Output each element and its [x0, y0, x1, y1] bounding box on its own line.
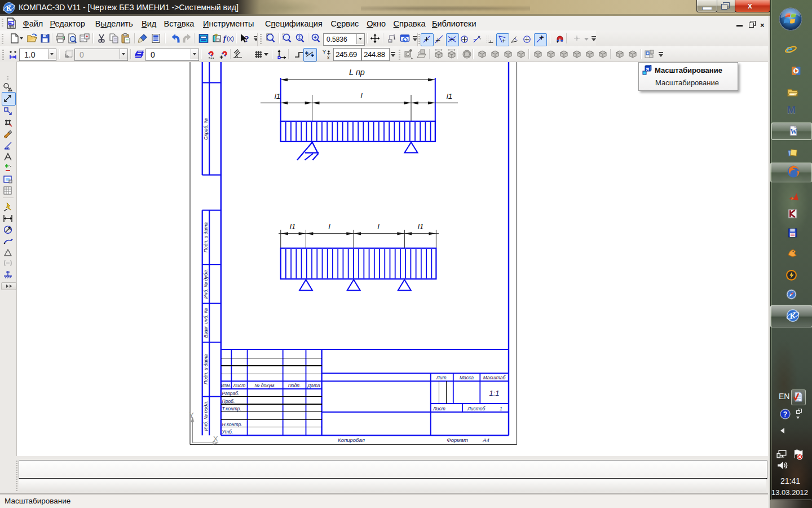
svg-text:Листоб: Листоб: [467, 406, 486, 411]
svg-text:1:1: 1:1: [489, 389, 499, 397]
svg-text:Лит.: Лит.: [436, 375, 448, 380]
svg-text:?: ?: [783, 410, 787, 418]
svg-text:Спраб. №: Спраб. №: [203, 118, 209, 140]
svg-text:?: ?: [214, 33, 218, 40]
svg-text:x: x: [327, 55, 330, 60]
svg-text:1: 1: [500, 406, 502, 411]
svg-text:Инб. № дубл.: Инб. № дубл.: [203, 269, 209, 299]
svg-text:l1: l1: [275, 92, 281, 100]
svg-text:Лист: Лист: [233, 383, 246, 388]
svg-text:Н.контр.: Н.контр.: [222, 422, 242, 427]
svg-text:Лист: Лист: [433, 406, 445, 411]
svg-text:Разраб.: Разраб.: [222, 391, 240, 396]
svg-text:Масса: Масса: [460, 375, 474, 380]
svg-text:Подп. и дата: Подп. и дата: [203, 354, 209, 384]
svg-text:(x): (x): [227, 35, 234, 42]
svg-text:l1: l1: [290, 222, 296, 231]
svg-text:Проб.: Проб.: [222, 398, 235, 404]
svg-text:А4: А4: [482, 437, 489, 443]
svg-text:l: l: [378, 222, 380, 231]
svg-text:W: W: [791, 128, 797, 135]
svg-text:Утб.: Утб.: [222, 429, 233, 435]
svg-text:l1: l1: [447, 92, 453, 100]
svg-text:l: l: [361, 91, 363, 100]
svg-text:L пр: L пр: [349, 68, 365, 77]
svg-text:Формат: Формат: [447, 437, 468, 443]
svg-text:Т.контр.: Т.контр.: [222, 406, 241, 411]
svg-text:Подп.: Подп.: [288, 383, 301, 388]
svg-text:Y: Y: [189, 411, 194, 419]
svg-text:Взам. инб. №: Взам. инб. №: [203, 308, 209, 338]
svg-text:l: l: [329, 222, 331, 231]
svg-text:Подп. и дата: Подп. и дата: [203, 222, 209, 252]
svg-text:l1: l1: [418, 222, 424, 231]
svg-text:Инб. № подл.: Инб. № подл.: [203, 401, 209, 431]
svg-text:Изм.: Изм.: [221, 383, 231, 388]
svg-text:Масштаб: Масштаб: [483, 375, 506, 380]
svg-text:Дата: Дата: [307, 383, 320, 388]
svg-text:№ докум.: № докум.: [254, 383, 275, 388]
svg-text:X: X: [213, 435, 218, 443]
svg-text:Y: Y: [323, 49, 326, 55]
svg-text:Копиробал: Копиробал: [338, 437, 365, 443]
svg-text:?: ?: [245, 34, 249, 43]
